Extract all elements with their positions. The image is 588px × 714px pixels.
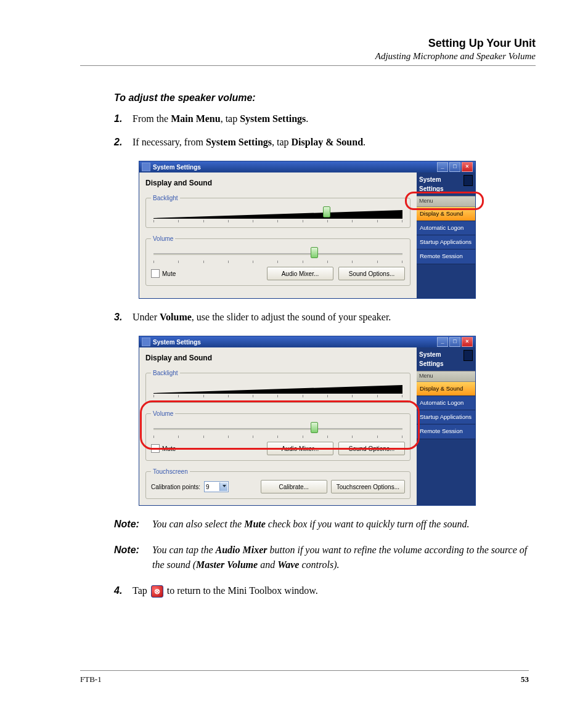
sidebar-logo-icon xyxy=(463,175,473,186)
sidebar-item-display-sound[interactable]: Display & Sound xyxy=(417,382,475,396)
panel-title: Display and Sound xyxy=(145,177,410,189)
sidebar-item-startup-applications[interactable]: Startup Applications xyxy=(417,235,475,249)
mute-label: Mute xyxy=(162,269,176,278)
text: check box if you want to quickly turn of… xyxy=(266,519,470,529)
minimize-button[interactable]: _ xyxy=(437,162,448,172)
backlight-group: Backlight xyxy=(145,193,410,228)
touchscreen-label: Touchscreen xyxy=(151,467,190,476)
text-bold: Main Menu xyxy=(171,113,220,124)
audio-mixer-button[interactable]: Audio Mixer... xyxy=(267,442,333,455)
screenshot-2: System Settings _ □ × Display and Sound … xyxy=(139,336,536,506)
text: Under xyxy=(133,312,160,322)
backlight-group: Backlight xyxy=(145,368,410,403)
note-label: Note: xyxy=(114,517,151,532)
sidebar-menu-label: Menu xyxy=(417,196,475,207)
maximize-button[interactable]: □ xyxy=(449,337,460,347)
step-1-text: From the Main Menu, tap System Settings. xyxy=(133,112,536,126)
text: If necessary, from xyxy=(133,137,206,147)
panel-title: Display and Sound xyxy=(145,352,410,363)
mute-checkbox[interactable] xyxy=(151,269,160,278)
audio-mixer-button[interactable]: Audio Mixer... xyxy=(267,267,333,280)
step-number: 1. xyxy=(114,112,133,126)
sidebar-item-display-sound[interactable]: Display & Sound xyxy=(417,207,475,221)
chevron-down-icon xyxy=(223,485,226,487)
text-bold: Wave xyxy=(277,559,299,570)
window-titlebar: System Settings _ □ × xyxy=(139,336,475,347)
window-titlebar: System Settings _ □ × xyxy=(139,161,475,172)
step-number: 3. xyxy=(114,310,133,325)
sidebar-item-remote-session[interactable]: Remote Session xyxy=(417,424,475,439)
mute-checkbox[interactable] xyxy=(151,444,160,453)
screenshot-1: System Settings _ □ × Display and Sound … xyxy=(139,161,536,299)
text-bold: System Settings xyxy=(240,113,306,124)
touchscreen-group: Touchscreen Calibration points: 9 Calibr… xyxy=(145,467,410,499)
minimize-button[interactable]: _ xyxy=(437,337,448,347)
close-button[interactable]: × xyxy=(462,337,473,347)
sidebar-title: System Settings xyxy=(419,175,463,193)
calibration-points-dropdown[interactable]: 9 xyxy=(204,481,229,492)
text: and xyxy=(258,559,277,570)
footer-product: FTB-1 xyxy=(80,675,102,684)
step-4-text: Tap ⊗ to return to the Mini Toolbox wind… xyxy=(133,583,536,598)
dropdown-value: 9 xyxy=(206,482,210,492)
section-title: To adjust the speaker volume: xyxy=(114,91,536,105)
text: You can tap the xyxy=(152,545,216,555)
svg-marker-0 xyxy=(153,210,402,219)
sidebar-title: System Settings xyxy=(419,350,463,368)
backlight-label: Backlight xyxy=(151,193,180,203)
step-number: 4. xyxy=(114,583,133,598)
sound-options-button[interactable]: Sound Options... xyxy=(338,442,405,455)
volume-label: Volume xyxy=(151,409,175,418)
sound-options-button[interactable]: Sound Options... xyxy=(338,267,405,280)
step-2-text: If necessary, from System Settings, tap … xyxy=(133,135,536,150)
sidebar-item-remote-session[interactable]: Remote Session xyxy=(417,249,475,264)
volume-slider[interactable] xyxy=(153,423,402,438)
close-button[interactable]: × xyxy=(462,162,473,172)
header-rule xyxy=(80,65,536,66)
backlight-label: Backlight xyxy=(151,368,180,378)
sidebar-item-automatic-logon[interactable]: Automatic Logon xyxy=(417,396,475,410)
backlight-slider[interactable] xyxy=(153,208,402,222)
calibrate-button[interactable]: Calibrate... xyxy=(261,480,327,493)
sidebar: System Settings Menu Display & Sound Aut… xyxy=(417,172,475,298)
text: to return to the Mini Toolbox window. xyxy=(165,585,318,596)
page-number: 53 xyxy=(521,675,529,684)
text-bold: Mute xyxy=(244,519,266,529)
sidebar-item-automatic-logon[interactable]: Automatic Logon xyxy=(417,221,475,235)
page-header-subtitle: Adjusting Microphone and Speaker Volume xyxy=(80,51,536,62)
text: , tap xyxy=(221,113,240,124)
note-1-text: You can also select the Mute check box i… xyxy=(152,517,536,532)
text: . xyxy=(306,113,308,124)
sidebar-logo-icon xyxy=(463,350,473,361)
window-icon xyxy=(142,163,150,171)
system-settings-window: System Settings _ □ × Display and Sound … xyxy=(139,161,476,299)
sidebar-menu-label: Menu xyxy=(417,371,475,382)
sidebar: System Settings Menu Display & Sound Aut… xyxy=(417,347,475,505)
volume-slider[interactable] xyxy=(153,248,402,263)
touchscreen-options-button[interactable]: Touchscreen Options... xyxy=(331,480,405,493)
volume-group: Volume Mute Audio xyxy=(145,234,410,286)
window-title: System Settings xyxy=(153,338,437,347)
text: . xyxy=(363,137,365,147)
note-2-text: You can tap the Audio Mixer button if yo… xyxy=(152,543,536,572)
text: , tap xyxy=(272,137,292,147)
text: Tap xyxy=(133,585,150,596)
window-icon xyxy=(142,338,150,346)
window-title: System Settings xyxy=(153,163,437,172)
text: , use the slider to adjust the sound of … xyxy=(192,312,391,322)
volume-label: Volume xyxy=(151,234,175,243)
maximize-button[interactable]: □ xyxy=(449,162,460,172)
step-number: 2. xyxy=(114,135,133,150)
note-label: Note: xyxy=(114,543,151,572)
close-window-icon: ⊗ xyxy=(151,585,163,598)
page-header-title: Setting Up Your Unit xyxy=(80,37,536,50)
volume-group: Volume Mute Audio xyxy=(145,409,410,461)
svg-marker-1 xyxy=(153,385,402,394)
backlight-slider[interactable] xyxy=(153,383,402,397)
system-settings-window: System Settings _ □ × Display and Sound … xyxy=(139,336,476,506)
calibration-points-label: Calibration points: xyxy=(151,482,200,492)
sidebar-item-startup-applications[interactable]: Startup Applications xyxy=(417,410,475,424)
text-bold: Display & Sound xyxy=(292,137,364,147)
text: controls). xyxy=(299,559,339,570)
text-bold: System Settings xyxy=(206,137,272,147)
